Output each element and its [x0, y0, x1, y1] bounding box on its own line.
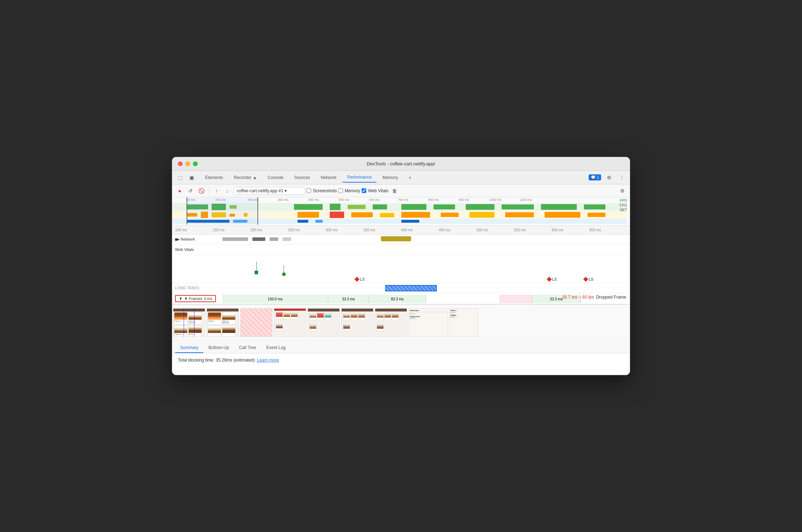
ruler-marks: 100 ms 150 ms 200 ms 250 ms 300 ms 350 m… [175, 228, 627, 232]
cpu-label: CPU [619, 203, 627, 207]
learn-more-link[interactable]: Learn more [257, 358, 279, 363]
frames-label-area: ▼ ▼ Frames 3 ms [172, 295, 222, 302]
web-vitals-check[interactable] [362, 188, 366, 193]
ruler-mark-3: 250 ms [288, 228, 326, 232]
svg-rect-10 [466, 204, 494, 210]
net-bar-2 [252, 237, 265, 241]
summary-text: Total blocking time: 35.29ms (estimated)… [178, 358, 624, 363]
screenshot-thumb-3[interactable] [240, 308, 272, 337]
tab-more[interactable]: » [404, 173, 416, 182]
frames-row[interactable]: ▼ ▼ Frames 3 ms 150.0 ms 33.3 ms 83.3 ms [172, 293, 630, 305]
web-vitals-checkbox[interactable]: Web Vitals [362, 188, 388, 193]
ruler-mark-6: 400 ms [401, 228, 439, 232]
svg-rect-5 [330, 204, 340, 210]
net-bar-3 [270, 237, 278, 241]
svg-rect-25 [441, 213, 459, 217]
upload-button[interactable]: ↑ [212, 186, 221, 195]
window-title: DevTools - coffee-cart.netlify.app/ [178, 161, 624, 166]
tab-elements[interactable]: Elements [200, 173, 228, 182]
svg-rect-13 [584, 204, 605, 209]
toolbar-gear-button[interactable]: ⚙ [618, 186, 627, 195]
svg-rect-29 [588, 213, 605, 217]
dropdown-icon: ▾ [285, 188, 287, 193]
net-bar-5 [381, 236, 398, 241]
ruler-mark-11: 650 ms [589, 228, 627, 232]
toolbar: ● ↺ 🚫 ↑ ↓ coffee-cart.netlify.app #1 ▾ S… [172, 184, 630, 197]
cursor-icon[interactable]: ⬚ [175, 173, 185, 183]
screenshots-checkbox[interactable]: Screenshots [306, 188, 337, 193]
overview-canvas: 50 ms 150 ms 250 ms 350 ms 450 ms 550 ms… [172, 197, 627, 226]
overview-timeline[interactable]: 50 ms 150 ms 250 ms 350 ms 450 ms 550 ms… [172, 197, 630, 226]
svg-rect-28 [545, 212, 580, 218]
close-button[interactable] [178, 161, 183, 166]
trash-button[interactable]: 🗑 [390, 186, 399, 195]
tab-performance[interactable]: Performance [342, 173, 377, 183]
svg-rect-27 [505, 212, 534, 217]
download-button[interactable]: ↓ [223, 186, 232, 195]
net-bar-6 [398, 236, 411, 241]
frame-seg-1: 33.3 ms [328, 295, 369, 303]
settings-icon[interactable]: ⚙ [604, 173, 614, 183]
screenshot-thumb-8[interactable]: Americano $7.00 x 1 Cappuccino $19.00 x … [409, 308, 448, 337]
ruler-mark-7: 450 ms [439, 228, 476, 232]
long-tasks-row: LONG TASKS [172, 283, 630, 293]
tab-event-log[interactable]: Event Log [261, 343, 291, 353]
network-track-label[interactable]: ▶ ▶ Network [172, 237, 201, 242]
ruler-mark-2: 200 ms [250, 228, 288, 232]
tab-console[interactable]: Console [263, 173, 289, 182]
screenshot-thumb-4[interactable] [274, 308, 306, 337]
tab-sources[interactable]: Sources [289, 173, 315, 182]
screenshot-thumb-1[interactable]: Espresso Espresso Macchiato Cappuccino [173, 308, 205, 337]
frames-time: 3 ms [204, 296, 212, 301]
svg-rect-23 [380, 213, 394, 217]
net-bar-1 [222, 237, 248, 241]
screenshot-thumb-5[interactable] [308, 308, 340, 337]
screenshot-thumbnails: Espresso Espresso Macchiato Cappuccino [172, 305, 630, 340]
device-icon[interactable]: ▣ [187, 173, 197, 183]
tab-bottom-up[interactable]: Bottom-Up [203, 343, 234, 353]
frames-label-box: ▼ ▼ Frames 3 ms [175, 295, 216, 302]
memory-check[interactable] [338, 188, 343, 193]
svg-rect-35 [401, 220, 419, 223]
ruler-mark-1: 150 ms [213, 228, 250, 232]
record-button[interactable]: ● [175, 186, 184, 195]
long-tasks-label: LONG TASKS [172, 286, 201, 290]
memory-checkbox[interactable]: Memory [338, 188, 360, 193]
green-dot-2 [282, 265, 286, 276]
tab-summary[interactable]: Summary [175, 343, 203, 353]
tab-bar: ⬚ ▣ Elements Recorder ▲ Console Sources … [172, 171, 630, 184]
net-label: NET [619, 208, 627, 212]
fps-label: FPS [619, 199, 627, 203]
screenshot-thumb-9[interactable]: Ameri... $9.00 x 1 Cappu... $19.00 [449, 308, 478, 337]
tab-recorder[interactable]: Recorder ▲ [229, 173, 262, 182]
tab-memory[interactable]: Memory [377, 173, 403, 182]
vitals-dots-area: LS LS LS [172, 255, 630, 283]
performance-area: 50 ms 150 ms 250 ms 350 ms 450 ms 550 ms… [172, 197, 630, 340]
title-bar: DevTools - coffee-cart.netlify.app/ [172, 157, 630, 171]
tab-network[interactable]: Network [316, 173, 342, 182]
blocking-time-text: Total blocking time: 35.29ms (estimated) [178, 358, 255, 363]
svg-rect-22 [351, 212, 373, 217]
svg-rect-9 [434, 204, 455, 209]
frame-seg-0: 150.0 ms [222, 295, 328, 303]
web-vitals-row: Web Vitals [172, 245, 630, 255]
maximize-button[interactable] [193, 161, 198, 166]
reload-button[interactable]: ↺ [186, 186, 195, 195]
chat-icon: 💬 [591, 175, 596, 179]
devtools-window: DevTools - coffee-cart.netlify.app/ ⬚ ▣ … [172, 157, 630, 375]
ruler-mark-9: 550 ms [514, 228, 552, 232]
frames-label: ▼ Frames [184, 296, 202, 301]
dropped-frame-label: Dropped Frame [596, 295, 626, 300]
tab-call-tree[interactable]: Call Tree [234, 343, 261, 353]
screenshots-check[interactable] [306, 188, 311, 193]
screenshot-thumb-6[interactable] [341, 308, 373, 337]
url-selector[interactable]: coffee-cart.netlify.app #1 ▾ [233, 187, 305, 195]
clear-button[interactable]: 🚫 [197, 186, 206, 195]
network-track-row[interactable]: ▶ ▶ Network [172, 234, 630, 245]
long-task-block [385, 285, 437, 291]
screenshot-thumb-7[interactable] [375, 308, 407, 337]
more-icon[interactable]: ⋮ [617, 173, 627, 183]
minimize-button[interactable] [185, 161, 190, 166]
chat-badge[interactable]: 💬 1 [589, 174, 601, 180]
screenshot-thumb-2[interactable]: Espresso Espresso Macchiato [207, 308, 239, 337]
